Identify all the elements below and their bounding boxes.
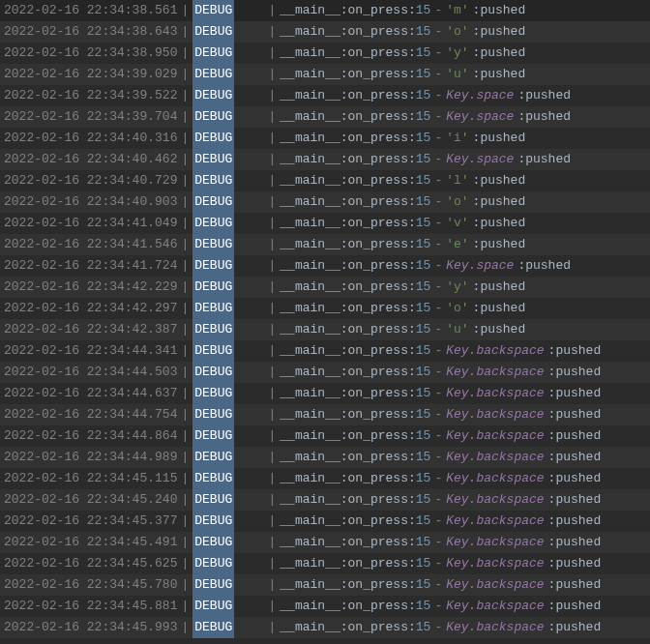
log-line: 2022-02-16 22:34:39.704 | DEBUG | __main… — [0, 106, 650, 128]
line-number: 15 — [416, 425, 431, 447]
log-message: :pushed — [473, 191, 526, 213]
log-level: DEBUG — [192, 43, 234, 64]
log-level: DEBUG — [192, 298, 234, 319]
line-number: 15 — [416, 532, 431, 553]
separator: | — [181, 255, 189, 277]
separator: | — [268, 596, 276, 617]
spacer — [234, 21, 264, 43]
dash: - — [434, 85, 442, 106]
log-level: DEBUG — [192, 319, 234, 340]
line-number: 15 — [416, 0, 431, 21]
dash: - — [434, 617, 442, 638]
line-number: 15 — [416, 255, 431, 277]
separator: | — [268, 617, 276, 638]
separator: | — [268, 43, 276, 64]
log-level: DEBUG — [192, 191, 234, 213]
dash: - — [434, 213, 442, 234]
separator: | — [181, 298, 189, 319]
spacer — [234, 383, 264, 404]
separator: | — [268, 64, 276, 85]
timestamp: 2022-02-16 22:34:41.724 — [4, 255, 177, 277]
timestamp: 2022-02-16 22:34:39.522 — [4, 85, 177, 106]
spacer — [234, 43, 264, 64]
key-special: Key.space — [446, 85, 514, 106]
separator: | — [181, 277, 189, 298]
separator: | — [181, 425, 189, 447]
function-name: on_press — [348, 574, 408, 596]
log-level: DEBUG — [192, 362, 234, 383]
line-number: 15 — [416, 447, 431, 468]
separator: | — [181, 234, 189, 255]
spacer — [234, 468, 264, 489]
line-number: 15 — [416, 170, 431, 191]
log-level: DEBUG — [192, 170, 234, 191]
separator: | — [181, 170, 189, 191]
separator: | — [181, 64, 189, 85]
log-output: 2022-02-16 22:34:38.561 | DEBUG | __main… — [0, 0, 650, 638]
key-special: Key.space — [446, 106, 514, 128]
function-name: on_press — [348, 128, 408, 149]
separator: | — [181, 596, 189, 617]
log-message: :pushed — [473, 128, 526, 149]
separator: | — [268, 0, 276, 21]
log-line: 2022-02-16 22:34:44.637 | DEBUG | __main… — [0, 383, 650, 404]
function-name: on_press — [348, 319, 408, 340]
log-message: :pushed — [517, 255, 571, 277]
key-special: Key.backspace — [446, 404, 544, 425]
dash: - — [434, 43, 442, 64]
spacer — [234, 425, 264, 447]
dash: - — [434, 319, 442, 340]
timestamp: 2022-02-16 22:34:38.643 — [4, 21, 177, 43]
line-number: 15 — [416, 383, 431, 404]
log-line: 2022-02-16 22:34:44.989 | DEBUG | __main… — [0, 447, 650, 468]
separator: | — [268, 191, 276, 213]
separator: | — [181, 511, 189, 532]
function-name: on_press — [348, 170, 408, 191]
log-level: DEBUG — [192, 596, 234, 617]
line-number: 15 — [416, 85, 431, 106]
separator: | — [268, 362, 276, 383]
module-name: __main__ — [280, 191, 340, 213]
module-name: __main__ — [280, 553, 340, 574]
separator: | — [181, 213, 189, 234]
key-char: 'i' — [446, 128, 468, 149]
log-level: DEBUG — [192, 234, 234, 255]
log-level: DEBUG — [192, 255, 234, 277]
function-name: on_press — [348, 191, 408, 213]
log-line: 2022-02-16 22:34:41.546 | DEBUG | __main… — [0, 234, 650, 255]
dash: - — [434, 596, 442, 617]
module-name: __main__ — [280, 596, 340, 617]
key-special: Key.space — [446, 255, 514, 277]
module-name: __main__ — [280, 425, 340, 447]
separator: | — [268, 213, 276, 234]
function-name: on_press — [348, 596, 408, 617]
module-name: __main__ — [280, 404, 340, 425]
timestamp: 2022-02-16 22:34:45.625 — [4, 553, 177, 574]
key-special: Key.backspace — [446, 425, 544, 447]
log-line: 2022-02-16 22:34:39.522 | DEBUG | __main… — [0, 85, 650, 106]
log-message: :pushed — [548, 362, 602, 383]
timestamp: 2022-02-16 22:34:42.387 — [4, 319, 177, 340]
dash: - — [434, 404, 442, 425]
log-message: :pushed — [548, 383, 602, 404]
separator: | — [268, 255, 276, 277]
key-special: Key.backspace — [446, 383, 544, 404]
dash: - — [434, 149, 442, 170]
log-message: :pushed — [473, 298, 526, 319]
separator: | — [268, 128, 276, 149]
separator: | — [268, 234, 276, 255]
key-special: Key.backspace — [446, 511, 544, 532]
function-name: on_press — [348, 553, 408, 574]
separator: | — [181, 383, 189, 404]
timestamp: 2022-02-16 22:34:41.049 — [4, 213, 177, 234]
dash: - — [434, 383, 442, 404]
key-char: 'u' — [446, 64, 468, 85]
log-line: 2022-02-16 22:34:45.625 | DEBUG | __main… — [0, 553, 650, 574]
module-name: __main__ — [280, 383, 340, 404]
dash: - — [434, 170, 442, 191]
line-number: 15 — [416, 596, 431, 617]
line-number: 15 — [416, 468, 431, 489]
log-message: :pushed — [517, 85, 571, 106]
line-number: 15 — [416, 340, 431, 362]
module-name: __main__ — [280, 489, 340, 511]
